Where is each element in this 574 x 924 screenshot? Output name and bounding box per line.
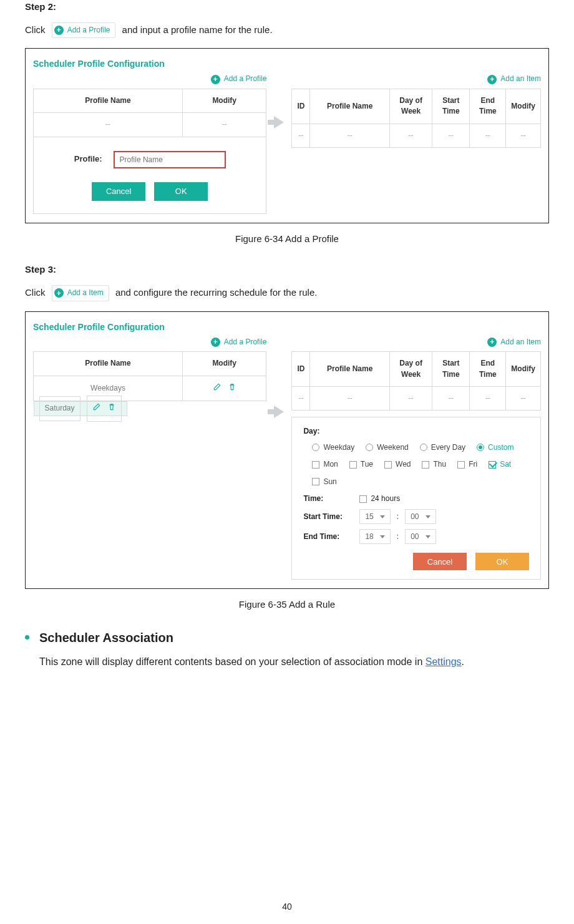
profile-name-input[interactable] [114, 151, 226, 168]
chevron-down-icon [380, 515, 385, 518]
cell-modify [183, 376, 266, 401]
add-profile-badge: + Add a Profile [52, 22, 116, 38]
time-label: Time: [303, 494, 353, 504]
cell-modify [87, 396, 122, 421]
step3-heading: Step 3: [25, 263, 549, 276]
figure-6-35: Scheduler Profile Configuration + Add a … [25, 311, 549, 590]
step3-lead: Click + Add a Item and configure the rec… [25, 285, 549, 301]
col-modify: Modify [183, 89, 266, 112]
checkbox-thu[interactable]: Thu [422, 459, 446, 470]
table-header-row: Profile Name Modify [34, 352, 266, 376]
add-profile-link-text: Add a Profile [224, 74, 267, 84]
radio-custom[interactable]: Custom [477, 442, 513, 453]
col-profile-name: Profile Name [310, 89, 390, 124]
checkbox-icon [359, 495, 367, 503]
cell-modify: -- [506, 124, 541, 147]
radio-icon [420, 444, 427, 451]
checkbox-sun[interactable]: Sun [312, 477, 336, 487]
add-profile-link[interactable]: + Add a Profile [211, 74, 267, 84]
col-profile-name: Profile Name [34, 89, 183, 112]
end-time-label: End Time: [303, 532, 353, 542]
chevron-down-icon [380, 535, 385, 538]
plus-icon: + [487, 338, 497, 347]
arrow-right-icon [274, 406, 284, 418]
col-profile-name: Profile Name [34, 352, 183, 376]
step2-lead-before: Click [25, 24, 46, 34]
checkbox-icon [312, 478, 319, 485]
step3-lead-before: Click [25, 287, 46, 298]
cell-start: -- [432, 386, 470, 410]
radio-everyday[interactable]: Every Day [420, 442, 465, 453]
col-profile-name: Profile Name [310, 352, 390, 387]
start-hour-select[interactable]: 15 [359, 509, 390, 524]
checkbox-sat[interactable]: Sat [489, 459, 511, 470]
col-day-of-week: Day of Week [389, 89, 432, 124]
add-item-link[interactable]: + Add an Item [487, 74, 541, 84]
chevron-down-icon [426, 515, 430, 518]
col-start-time: Start Time [432, 89, 470, 124]
col-id: ID [292, 89, 310, 124]
col-modify: Modify [506, 89, 541, 124]
cancel-button[interactable]: Cancel [413, 553, 467, 570]
ok-button[interactable]: OK [154, 182, 208, 201]
add-item-link[interactable]: + Add an Item [487, 337, 541, 348]
time-colon: : [397, 512, 399, 522]
bullet-icon [25, 635, 29, 640]
plus-icon: + [54, 26, 64, 35]
settings-link[interactable]: Settings [426, 656, 462, 667]
checkbox-icon [422, 461, 429, 469]
checkbox-tue[interactable]: Tue [349, 459, 373, 470]
radio-weekday[interactable]: Weekday [312, 442, 354, 453]
delete-icon[interactable] [228, 382, 236, 391]
add-profile-badge-text: Add a Profile [67, 25, 110, 36]
add-item-link-text: Add an Item [500, 74, 541, 84]
arrow-right-icon [274, 116, 284, 129]
scheduler-association-heading: Scheduler Association [39, 629, 549, 647]
edit-icon[interactable] [92, 402, 101, 411]
cell-end: -- [470, 124, 506, 147]
plus-icon: + [211, 75, 220, 84]
table-header-row: Profile Name Modify [34, 89, 266, 112]
start-time-label: Start Time: [303, 512, 353, 522]
cancel-button[interactable]: Cancel [92, 182, 145, 201]
col-modify: Modify [183, 352, 266, 376]
cell-day: -- [389, 124, 432, 147]
col-start-time: Start Time [432, 352, 470, 387]
cell-profile-name: Saturday [39, 396, 80, 421]
time-colon: : [397, 532, 399, 542]
cell-modify: -- [183, 113, 266, 137]
table-row: -- -- [34, 113, 266, 137]
panel-title: Scheduler Profile Configuration [33, 57, 541, 70]
figure-6-35-caption: Figure 6-35 Add a Rule [25, 598, 549, 611]
add-profile-link[interactable]: + Add a Profile [211, 337, 267, 348]
checkbox-icon [349, 461, 357, 469]
panel-title: Scheduler Profile Configuration [33, 321, 541, 333]
col-id: ID [292, 352, 310, 387]
item-table: ID Profile Name Day of Week Start Time E… [291, 89, 541, 148]
radio-icon [477, 444, 484, 451]
item-table: ID Profile Name Day of Week Start Time E… [291, 351, 541, 411]
radio-weekend[interactable]: Weekend [366, 442, 408, 453]
table-row: -- -- -- -- -- -- [292, 124, 541, 147]
ok-button[interactable]: OK [475, 553, 529, 570]
checkbox-fri[interactable]: Fri [457, 459, 477, 470]
profile-name-popup: Profile: Cancel OK [33, 137, 266, 214]
cell-id: -- [292, 386, 310, 410]
plus-icon: + [487, 75, 497, 84]
table-header-row: ID Profile Name Day of Week Start Time E… [292, 352, 541, 387]
end-minute-select[interactable]: 00 [405, 529, 435, 544]
end-hour-select[interactable]: 18 [359, 529, 390, 544]
figure-6-34: Scheduler Profile Configuration + Add a … [25, 48, 549, 223]
checkbox-wed[interactable]: Wed [384, 459, 411, 470]
table-row[interactable]: Saturday [34, 401, 127, 416]
checkbox-mon[interactable]: Mon [312, 459, 338, 470]
checkbox-icon [457, 461, 465, 469]
edit-icon[interactable] [213, 382, 221, 391]
delete-icon[interactable] [107, 402, 116, 411]
start-minute-select[interactable]: 00 [405, 509, 435, 524]
checkbox-icon [312, 461, 319, 469]
cell-start: -- [432, 124, 470, 147]
col-end-time: End Time [470, 352, 506, 387]
add-item-badge: + Add a Item [52, 285, 109, 301]
checkbox-24h[interactable]: 24 hours [359, 494, 400, 504]
